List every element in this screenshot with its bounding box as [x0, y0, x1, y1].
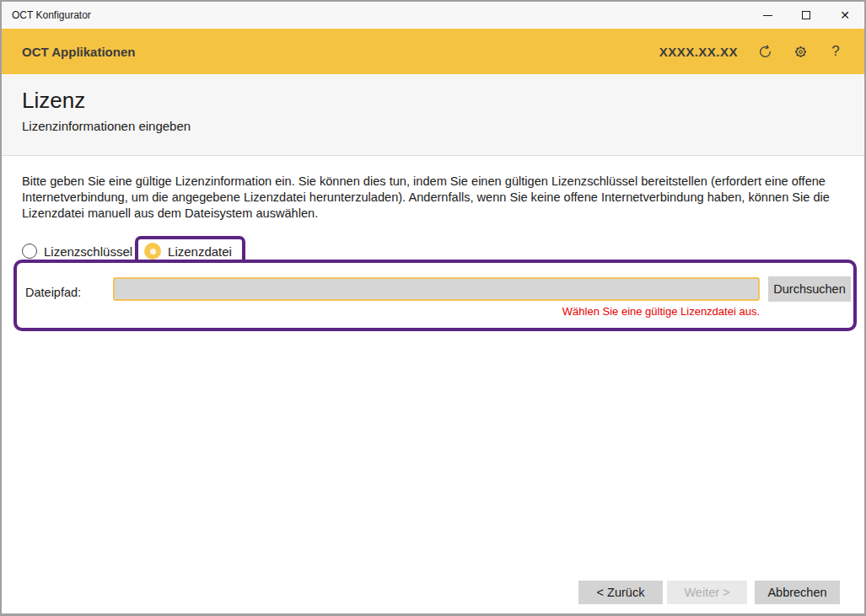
back-button[interactable]: < Zurück — [578, 581, 663, 604]
radio-lizenzschluessel-label: Lizenzschlüssel — [44, 244, 132, 259]
validation-message: Wählen Sie eine gültige Lizenzdatei aus. — [113, 305, 760, 318]
refresh-button[interactable] — [756, 43, 773, 60]
close-button[interactable]: ✕ — [826, 2, 864, 29]
browse-button[interactable]: Durchsuchen — [768, 276, 851, 302]
refresh-icon — [757, 44, 773, 60]
page-banner: Lizenz Lizenzinformationen eingeben — [2, 74, 864, 156]
window-title: OCT Konfigurator — [2, 9, 91, 21]
app-window: OCT Konfigurator ✕ OCT Applikationen XXX… — [0, 0, 866, 616]
cancel-button[interactable]: Abbrechen — [755, 581, 840, 604]
maximize-button[interactable] — [787, 2, 826, 29]
page-subtitle: Lizenzinformationen eingeben — [22, 119, 844, 133]
minimize-button[interactable] — [748, 2, 787, 29]
app-title: OCT Applikationen — [22, 45, 135, 59]
minimize-icon — [763, 15, 772, 16]
radio-lizenzdatei-label: Lizenzdatei — [168, 244, 232, 259]
filepath-panel: Dateipfad: Durchsuchen Wählen Sie eine g… — [13, 260, 857, 331]
settings-button[interactable] — [792, 43, 809, 60]
radio-selected-icon — [144, 243, 161, 260]
gear-icon — [793, 44, 809, 60]
next-button[interactable]: Weiter > — [667, 581, 747, 604]
header-actions: XXXX.XX.XX ? — [659, 43, 844, 60]
app-header: OCT Applikationen XXXX.XX.XX ? — [2, 29, 864, 74]
content-area: Bitte geben Sie eine gültige Lizenzinfor… — [2, 156, 864, 616]
filepath-input[interactable] — [113, 277, 760, 301]
radio-lizenzdatei[interactable]: Lizenzdatei — [144, 243, 232, 260]
radio-lizenzschluessel[interactable]: Lizenzschlüssel — [22, 244, 132, 259]
help-button[interactable]: ? — [827, 43, 844, 60]
version-label: XXXX.XX.XX — [659, 45, 738, 59]
radio-unselected-icon — [22, 244, 37, 259]
filepath-label: Dateipfad: — [25, 286, 81, 299]
close-icon: ✕ — [840, 9, 850, 21]
maximize-icon — [802, 11, 810, 19]
titlebar: OCT Konfigurator ✕ — [2, 2, 864, 29]
intro-paragraph: Bitte geben Sie eine gültige Lizenzinfor… — [22, 174, 850, 222]
wizard-footer: < Zurück Weiter > Abbrechen — [578, 581, 840, 604]
page-title: Lizenz — [22, 88, 844, 114]
window-controls: ✕ — [748, 2, 864, 29]
question-icon: ? — [831, 43, 839, 60]
